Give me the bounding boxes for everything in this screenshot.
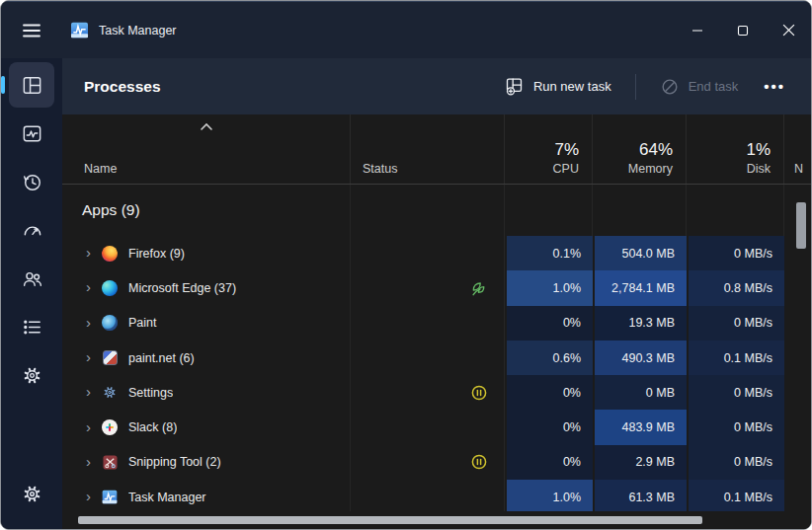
disk-column-label: Disk xyxy=(747,162,771,176)
sidebar-item-app-history[interactable] xyxy=(9,159,54,204)
table-row[interactable]: ›Task Manager1.0%61.3 MB0.1 MB/s xyxy=(62,480,811,511)
disk-usage-cell: 0.8 MB/s xyxy=(687,270,784,305)
window-frame: Task Manager xyxy=(0,0,812,530)
disk-usage-cell: 0.1 MB/s xyxy=(687,480,784,511)
end-task-button[interactable]: End task xyxy=(648,70,751,104)
expand-chevron-icon[interactable]: › xyxy=(86,384,91,399)
memory-usage-cell: 504.0 MB xyxy=(593,236,687,270)
more-options-button[interactable]: ••• xyxy=(754,74,795,99)
horizontal-scrollbar-thumb[interactable] xyxy=(78,516,702,524)
column-header-name[interactable]: Name xyxy=(62,114,351,184)
process-name-label: Microsoft Edge (37) xyxy=(128,281,236,295)
expand-chevron-icon[interactable]: › xyxy=(86,489,91,503)
run-new-task-label: Run new task xyxy=(533,79,611,94)
group-name-cell: Apps (9) xyxy=(62,185,351,236)
services-icon xyxy=(21,364,43,387)
firefox-app-icon xyxy=(102,246,118,262)
group-memory-cell xyxy=(593,185,687,236)
settings-gear-icon xyxy=(21,483,43,505)
sidebar-item-performance[interactable] xyxy=(9,111,54,156)
disk-usage-cell: 0 MB/s xyxy=(687,306,784,341)
table-row[interactable]: ›Snipping Tool (2)0%2.9 MB0 MB/s xyxy=(62,445,811,480)
group-disk-cell xyxy=(687,185,784,236)
vertical-scrollbar[interactable] xyxy=(795,114,811,511)
sidebar-item-processes[interactable] xyxy=(9,62,54,108)
processes-icon xyxy=(21,74,43,97)
hamburger-menu-button[interactable] xyxy=(1,19,62,42)
sidebar xyxy=(1,58,62,529)
status-cell xyxy=(351,341,505,375)
column-header-cpu[interactable]: 7% CPU xyxy=(505,114,593,184)
minimize-icon xyxy=(691,25,703,37)
expand-chevron-icon[interactable]: › xyxy=(86,349,91,364)
page-title: Processes xyxy=(84,78,161,96)
slack-app-icon xyxy=(102,419,118,435)
cpu-usage-cell: 0% xyxy=(505,306,593,341)
expand-chevron-icon[interactable]: › xyxy=(86,279,91,294)
maximize-icon xyxy=(737,25,749,37)
process-name-label: Task Manager xyxy=(128,491,206,504)
table-row[interactable]: ›paint.net (6)0.6%490.3 MB0.1 MB/s xyxy=(62,341,811,375)
details-icon xyxy=(21,316,43,339)
process-name-cell: › Settings xyxy=(62,375,351,410)
table-row[interactable]: ›Paint0%19.3 MB0 MB/s xyxy=(62,306,811,341)
column-header-memory[interactable]: 64% Memory xyxy=(593,114,687,184)
process-name-label: Snipping Tool (2) xyxy=(128,455,221,469)
table-row[interactable]: ›Firefox (9)0.1%504.0 MB0 MB/s xyxy=(62,236,811,270)
name-column-label: Name xyxy=(62,162,350,176)
horizontal-scrollbar[interactable] xyxy=(62,511,811,529)
taskmgr-app-icon xyxy=(102,490,118,505)
process-name-label: Slack (8) xyxy=(128,420,177,434)
cpu-column-label: CPU xyxy=(553,162,579,176)
table-row[interactable]: › Settings0%0 MB0 MB/s xyxy=(62,375,811,410)
status-cell xyxy=(351,306,505,341)
titlebar: Task Manager xyxy=(1,1,811,58)
window-controls xyxy=(675,2,811,58)
sidebar-item-startup-apps[interactable] xyxy=(9,207,54,253)
vertical-scrollbar-thumb[interactable] xyxy=(796,202,806,249)
end-task-label: End task xyxy=(689,79,739,94)
snipping-app-icon xyxy=(102,454,118,470)
end-task-slash-icon xyxy=(660,77,680,97)
expand-chevron-icon[interactable]: › xyxy=(86,315,91,330)
close-button[interactable] xyxy=(766,2,811,58)
column-header-status[interactable]: Status xyxy=(351,114,505,184)
group-cpu-cell xyxy=(505,185,593,236)
sort-ascending-caret-icon xyxy=(200,122,213,131)
cpu-usage-cell: 0.6% xyxy=(505,341,593,375)
expand-chevron-icon[interactable]: › xyxy=(86,454,91,469)
table-rows: ›Firefox (9)0.1%504.0 MB0 MB/s›Microsoft… xyxy=(62,236,811,511)
minimize-button[interactable] xyxy=(675,2,720,58)
expand-chevron-icon[interactable]: › xyxy=(86,245,91,260)
process-name-cell: ›Task Manager xyxy=(62,480,351,511)
paint-app-icon xyxy=(102,315,118,331)
maximize-button[interactable] xyxy=(720,2,766,58)
run-new-task-button[interactable]: Run new task xyxy=(492,69,623,104)
memory-usage-cell: 483.9 MB xyxy=(593,410,687,444)
apps-group-row[interactable]: Apps (9) xyxy=(62,185,811,236)
expand-chevron-icon[interactable]: › xyxy=(86,419,91,434)
disk-usage-cell: 0 MB/s xyxy=(687,236,784,270)
sidebar-item-services[interactable] xyxy=(9,352,54,398)
memory-usage-cell: 2,784.1 MB xyxy=(593,270,687,305)
sidebar-item-settings[interactable] xyxy=(9,471,54,516)
startup-apps-icon xyxy=(21,219,43,242)
status-cell xyxy=(351,480,505,511)
performance-icon xyxy=(21,122,43,145)
sidebar-item-details[interactable] xyxy=(9,304,54,349)
cpu-usage-cell: 0% xyxy=(505,375,593,410)
disk-usage-cell: 0 MB/s xyxy=(687,445,784,480)
sidebar-item-users[interactable] xyxy=(9,256,54,301)
disk-usage-cell: 0.1 MB/s xyxy=(687,341,784,375)
column-header-disk[interactable]: 1% Disk xyxy=(687,114,784,184)
suspended-pause-icon xyxy=(470,384,488,402)
status-cell xyxy=(351,270,505,305)
process-name-cell: ›Slack (8) xyxy=(62,410,351,444)
task-manager-logo-icon xyxy=(70,22,89,38)
process-name-cell: ›Firefox (9) xyxy=(62,236,351,270)
table-row[interactable]: ›Microsoft Edge (37)1.0%2,784.1 MB0.8 MB… xyxy=(62,270,811,305)
processes-table: Name Status 7% CPU 64% Memory xyxy=(62,114,811,511)
table-row[interactable]: ›Slack (8)0%483.9 MB0 MB/s xyxy=(62,410,811,444)
efficiency-leaf-icon xyxy=(468,278,488,298)
status-column-label: Status xyxy=(351,162,504,176)
